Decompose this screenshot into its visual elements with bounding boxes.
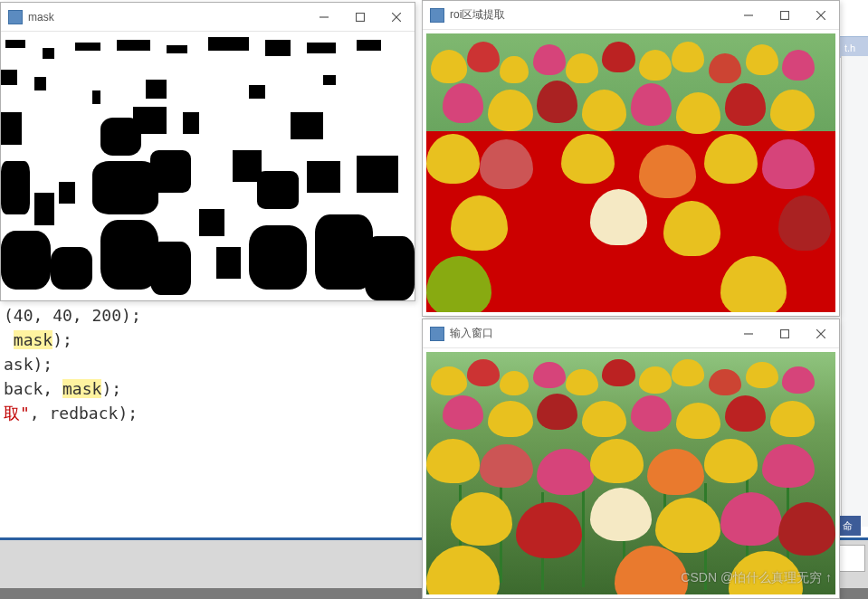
code-string: 取" xyxy=(4,404,30,423)
mask-image xyxy=(1,32,415,300)
titlebar[interactable]: mask xyxy=(1,3,415,32)
code-line xyxy=(4,330,14,349)
svg-rect-5 xyxy=(781,11,789,19)
window-roi[interactable]: roi区域提取 xyxy=(422,0,840,317)
maximize-button[interactable] xyxy=(767,319,803,348)
minimize-button[interactable] xyxy=(306,3,342,32)
window-input[interactable]: 输入窗口 xyxy=(422,319,840,599)
code-line: back, xyxy=(4,379,62,398)
code-line: , redback); xyxy=(30,404,138,423)
code-line: ); xyxy=(52,330,72,349)
code-line: (40, 40, 200); xyxy=(4,306,141,325)
status-box xyxy=(838,545,865,572)
titlebar[interactable]: roi区域提取 xyxy=(423,1,839,30)
maximize-button[interactable] xyxy=(342,3,378,32)
svg-rect-9 xyxy=(781,329,789,338)
roi-image xyxy=(426,33,835,312)
window-mask[interactable]: mask xyxy=(0,2,415,301)
window-title: 输入窗口 xyxy=(450,326,730,341)
code-line: ask); xyxy=(4,355,52,374)
code-editor[interactable]: (40, 40, 200); mask); ask); back, mask);… xyxy=(0,303,416,425)
app-icon xyxy=(8,10,23,24)
input-image xyxy=(426,352,835,594)
code-highlight: mask xyxy=(14,330,52,349)
window-title: mask xyxy=(28,11,306,24)
minimize-button[interactable] xyxy=(730,1,767,30)
titlebar[interactable]: 输入窗口 xyxy=(423,319,839,348)
app-icon xyxy=(430,8,444,23)
ide-sidebar xyxy=(841,56,868,527)
close-button[interactable] xyxy=(803,319,839,348)
svg-rect-1 xyxy=(357,13,365,21)
code-line: ); xyxy=(101,379,121,398)
watermark: CSDN @怕什么真理无穷 ↑ xyxy=(681,570,832,586)
minimize-button[interactable] xyxy=(730,319,767,348)
app-icon xyxy=(430,327,444,341)
code-highlight: mask xyxy=(62,379,101,398)
maximize-button[interactable] xyxy=(767,1,803,30)
close-button[interactable] xyxy=(803,1,839,30)
close-button[interactable] xyxy=(378,3,415,32)
window-title: roi区域提取 xyxy=(450,7,730,23)
